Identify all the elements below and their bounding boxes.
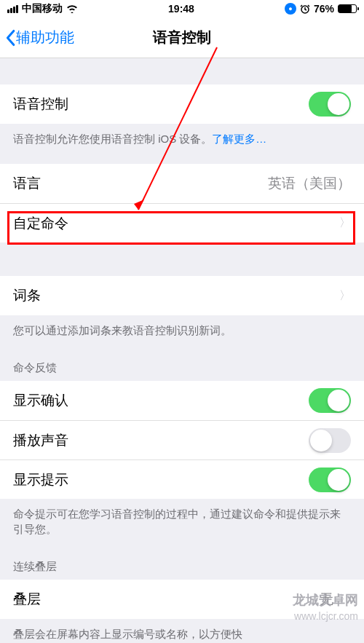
status-bar: 中国移动 19:48 ● 76% <box>0 0 364 17</box>
language-label: 语言 <box>13 174 41 193</box>
wifi-icon <box>66 4 78 13</box>
show-hint-row: 显示提示 <box>0 459 364 499</box>
mic-indicator-icon: ● <box>285 3 296 15</box>
watermark: 龙城安卓网 www.lcjcr.com <box>293 592 358 623</box>
show-hint-label: 显示提示 <box>13 470 68 489</box>
play-sound-label: 播放声音 <box>13 431 68 450</box>
chevron-left-icon <box>4 29 16 47</box>
carrier-label: 中国移动 <box>22 2 63 15</box>
language-value: 英语（美国） <box>268 174 351 193</box>
show-confirm-label: 显示确认 <box>13 391 68 410</box>
overlay-label: 叠层 <box>13 590 41 609</box>
feedback-header: 命令反馈 <box>0 345 364 381</box>
voice-control-label: 语音控制 <box>13 95 68 114</box>
show-confirm-row: 显示确认 <box>0 381 364 420</box>
vocabulary-desc: 您可以通过添加词条来教语音控制识别新词。 <box>0 315 364 345</box>
play-sound-switch[interactable] <box>309 428 351 453</box>
battery-icon <box>338 4 357 13</box>
learn-more-link[interactable]: 了解更多… <box>212 133 266 145</box>
play-sound-row: 播放声音 <box>0 420 364 459</box>
custom-commands-row[interactable]: 自定命令 〉 <box>0 203 364 242</box>
back-label: 辅助功能 <box>16 28 74 47</box>
status-time: 19:48 <box>168 3 194 15</box>
page-title: 语音控制 <box>153 28 211 47</box>
back-button[interactable]: 辅助功能 <box>4 28 74 47</box>
custom-commands-label: 自定命令 <box>13 214 68 233</box>
battery-percent: 76% <box>314 3 334 15</box>
signal-icon <box>7 5 18 13</box>
chevron-right-icon: 〉 <box>339 216 351 231</box>
feedback-desc: 命令提示可在您学习语音控制的过程中，通过建议命令和提供提示来引导您。 <box>0 499 364 544</box>
alarm-icon <box>300 4 310 14</box>
voice-control-switch[interactable] <box>309 92 351 117</box>
overlay-header: 连续叠层 <box>0 544 364 580</box>
nav-bar: 辅助功能 语音控制 <box>0 17 364 58</box>
vocabulary-row[interactable]: 词条 〉 <box>0 276 364 315</box>
show-confirm-switch[interactable] <box>309 388 351 413</box>
chevron-right-icon: 〉 <box>339 288 351 304</box>
vocabulary-label: 词条 <box>13 286 41 305</box>
voice-control-desc: 语音控制允许您使用语音控制 iOS 设备。了解更多… <box>0 124 364 154</box>
language-row[interactable]: 语言 英语（美国） <box>0 164 364 203</box>
show-hint-switch[interactable] <box>309 468 351 492</box>
voice-control-row: 语音控制 <box>0 84 364 124</box>
